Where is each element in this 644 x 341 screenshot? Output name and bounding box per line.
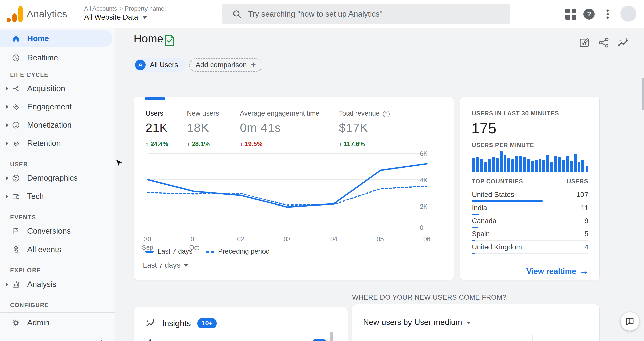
preceding-period-line <box>148 186 427 205</box>
kebab-menu-icon[interactable] <box>601 8 614 21</box>
metric-users[interactable]: Users 21K ↑ 24.4% <box>145 110 168 148</box>
chevron-down-icon <box>467 322 471 324</box>
apps-grid-icon[interactable] <box>564 8 577 21</box>
ga-home-page: Analytics All Accounts>Property name All… <box>0 0 644 341</box>
x-tick: 05 <box>365 235 395 243</box>
sidebar: Home Realtime LIFE CYCLE Acquisition Eng… <box>0 28 115 341</box>
sidebar-item-tech[interactable]: Tech <box>0 189 115 204</box>
expand-caret-icon[interactable] <box>6 176 8 180</box>
minute-bar <box>578 162 580 172</box>
app-header: Analytics All Accounts>Property name All… <box>0 0 644 28</box>
metric-total-revenue[interactable]: Total revenue? $17K ↑ 117.6% <box>339 110 390 148</box>
analytics-logo-icon[interactable] <box>7 6 23 22</box>
users-trend-chart[interactable] <box>145 147 443 234</box>
sidebar-item-realtime[interactable]: Realtime <box>0 50 115 65</box>
insights-scrollbar[interactable] <box>330 332 333 341</box>
nav-label: Home <box>27 34 49 43</box>
help-icon[interactable]: ? <box>582 8 596 21</box>
nav-label: Analysis <box>27 280 56 289</box>
analysis-icon <box>12 281 20 288</box>
audience-a-icon: A <box>135 60 146 70</box>
search-bar[interactable] <box>222 4 510 24</box>
view-realtime-link[interactable]: View realtime→ <box>526 266 588 276</box>
country-name: United Kingdom <box>472 243 522 251</box>
expand-caret-icon[interactable] <box>6 105 8 109</box>
new-users-card-title-label: New users by User medium <box>363 318 462 327</box>
country-users: 107 <box>576 191 588 199</box>
country-row[interactable]: Canada 9 <box>472 214 588 227</box>
period-label: Last 7 days <box>143 261 180 269</box>
sidebar-item-monetization[interactable]: $ Monetization <box>0 118 115 133</box>
legend-label: Preceding period <box>218 248 270 255</box>
period-selector[interactable]: Last 7 days <box>143 261 188 269</box>
minute-bar <box>550 162 553 172</box>
nav-label: Demographics <box>27 174 78 183</box>
country-row[interactable]: United States 107 <box>472 188 588 201</box>
sidebar-item-admin[interactable]: Admin <box>0 315 115 330</box>
expand-caret-icon[interactable] <box>6 86 8 91</box>
sidebar-item-demographics[interactable]: Demographics <box>0 170 115 186</box>
minute-bar <box>519 156 522 172</box>
add-comparison-button[interactable]: Add comparison + <box>189 58 262 72</box>
chip-label: All Users <box>150 61 178 69</box>
sidebar-item-home[interactable]: Home <box>0 30 112 47</box>
breadcrumb[interactable]: All Accounts>Property name <box>84 5 164 12</box>
y-tick: 2K <box>420 203 428 210</box>
breadcrumb-account[interactable]: All Accounts <box>84 5 117 12</box>
country-row[interactable]: United Kingdom 4 <box>472 241 588 254</box>
realtime-card: USERS IN LAST 30 MINUTES 175 USERS PER M… <box>460 97 600 280</box>
chart-legend: Last 7 days Preceding period <box>145 248 270 255</box>
metric-new-users[interactable]: New users 18K ↑ 28.1% <box>187 110 219 148</box>
expand-caret-icon[interactable] <box>6 123 8 127</box>
insights-card: Insights 10+ <box>134 307 348 341</box>
sidebar-item-conversions[interactable]: Conversions <box>0 224 115 239</box>
collapse-sidebar-icon[interactable]: ‹ <box>100 336 103 341</box>
chart-gridline <box>471 335 471 341</box>
share-icon[interactable] <box>598 37 610 48</box>
minute-bar <box>480 159 483 172</box>
sidebar-item-acquisition[interactable]: Acquisition <box>0 81 115 96</box>
insights-spark-icon <box>145 318 156 328</box>
section-life-cycle: LIFE CYCLE <box>10 72 48 78</box>
users-per-minute-chart[interactable] <box>472 151 588 172</box>
gear-icon <box>12 319 20 327</box>
nav-label: Acquisition <box>27 84 65 93</box>
x-tick: 06 <box>412 235 442 243</box>
country-name: Spain <box>472 230 490 238</box>
new-users-card-title[interactable]: New users by User medium <box>363 318 471 327</box>
breadcrumb-property[interactable]: Property name <box>125 5 164 12</box>
all-users-chip[interactable]: A All Users <box>134 58 185 72</box>
help-tooltip-icon[interactable]: ? <box>383 111 390 117</box>
window-scrollbar[interactable] <box>642 78 644 110</box>
minute-bar <box>566 156 569 172</box>
devices-icon <box>12 193 20 200</box>
minute-bar <box>523 157 526 172</box>
report-actions <box>579 37 629 48</box>
monetization-icon: $ <box>12 121 20 129</box>
search-input[interactable] <box>248 10 475 19</box>
country-row[interactable]: India 11 <box>472 201 588 214</box>
metric-engagement-time[interactable]: Average engagement time 0m 41s ↓ 19.5% <box>240 110 319 148</box>
feedback-button[interactable] <box>621 312 639 331</box>
country-row[interactable]: Spain 5 <box>472 227 588 241</box>
customize-report-icon[interactable] <box>579 37 591 48</box>
chart-gridline <box>409 335 409 341</box>
insights-icon[interactable] <box>617 37 629 48</box>
expand-caret-icon[interactable] <box>6 194 8 199</box>
minute-bar <box>535 160 538 172</box>
expand-caret-icon[interactable] <box>6 141 8 146</box>
sidebar-item-engagement[interactable]: Engagement <box>0 99 115 114</box>
expand-caret-icon[interactable] <box>6 282 8 287</box>
acquisition-icon <box>12 85 20 92</box>
nav-label: Tech <box>27 192 44 201</box>
page-title: Home <box>134 32 163 45</box>
avatar[interactable] <box>620 6 636 22</box>
sidebar-item-all-events[interactable]: All events <box>0 242 115 257</box>
property-selector[interactable]: All Website Data <box>84 13 147 21</box>
minute-bar <box>488 159 491 172</box>
sidebar-item-retention[interactable]: Retention <box>0 136 115 151</box>
svg-text:?: ? <box>587 10 591 18</box>
logo-dot <box>7 18 11 22</box>
sidebar-item-analysis[interactable]: Analysis <box>0 277 115 292</box>
minute-bar <box>476 157 479 172</box>
